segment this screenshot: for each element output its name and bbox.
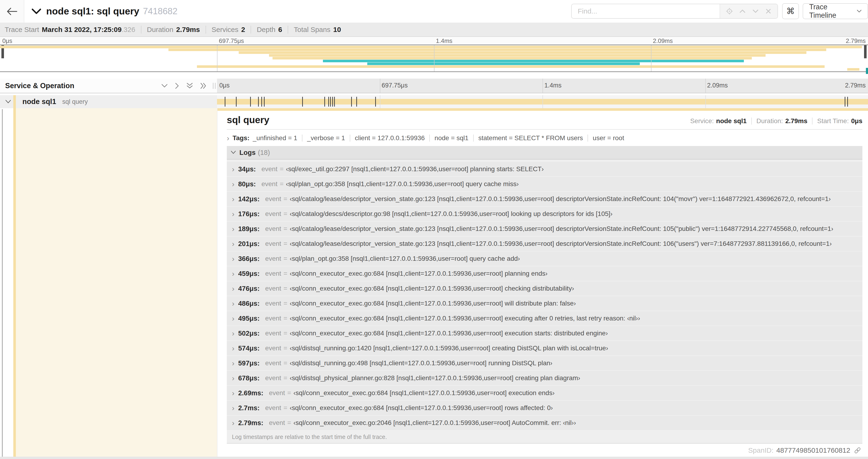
span-color-accent — [13, 108, 16, 457]
log-row[interactable]: ›366μs:event=‹sql/plan_opt.go:358 [nsql1… — [227, 252, 862, 266]
log-row[interactable]: ›142μs:event=‹sql/catalog/lease/descript… — [227, 192, 862, 207]
ruler-tick-label: 0μs — [2, 37, 12, 44]
log-row[interactable]: ›597μs:event=‹sql/distsql_running.go:498… — [227, 356, 862, 371]
log-marker[interactable] — [328, 97, 329, 107]
minimap-span — [323, 60, 744, 62]
log-marker[interactable] — [334, 97, 335, 107]
collapse-one-icon[interactable] — [161, 83, 168, 89]
log-row[interactable]: ›502μs:event=‹sql/conn_executor_exec.go:… — [227, 326, 862, 341]
locate-icon[interactable] — [726, 7, 733, 15]
log-marker[interactable] — [356, 97, 357, 107]
duration-label: Duration — [147, 26, 174, 34]
column-resize-handle[interactable] — [213, 83, 216, 89]
tag-item: statement = SELECT * FROM users — [478, 134, 583, 142]
chevron-right-icon: › — [232, 270, 235, 277]
link-icon[interactable] — [854, 447, 862, 454]
log-row[interactable]: ›495μs:event=‹sql/conn_executor_exec.go:… — [227, 311, 862, 326]
equals-sign: = — [283, 374, 287, 382]
log-row[interactable]: ›678μs:event=‹sql/distsql_physical_plann… — [227, 371, 862, 386]
log-row[interactable]: ›2.7ms:event=‹sql/conn_executor_exec.go:… — [227, 401, 862, 416]
find-input[interactable] — [572, 4, 720, 18]
minimap-time-labels: 0μs697.75μs1.4ms2.09ms2.79ms — [0, 37, 868, 44]
log-field-value: ‹sql/plan_opt.go:358 [nsql1,client=127.0… — [289, 255, 520, 262]
log-marker[interactable] — [302, 97, 303, 107]
log-marker[interactable] — [225, 97, 225, 107]
log-marker[interactable] — [264, 97, 265, 107]
chevron-down-icon[interactable] — [752, 7, 759, 15]
service-label: Service: — [690, 117, 714, 125]
log-timestamp: 574μs: — [238, 345, 260, 352]
edge-indicator — [866, 68, 868, 74]
collapse-all-icon[interactable] — [186, 82, 193, 90]
log-marker[interactable] — [351, 97, 352, 107]
log-row[interactable]: ›34μs:event=‹sql/exec_util.go:2297 [nsql… — [227, 162, 862, 177]
minimap-right-drag-handle[interactable] — [864, 45, 867, 58]
log-row[interactable]: ›2.69ms:event=‹sql/conn_executor_exec.go… — [227, 386, 862, 401]
trace-view-dropdown[interactable]: Trace Timeline — [803, 3, 868, 19]
service-operation-title: Service & Operation — [5, 81, 74, 90]
chevron-up-icon[interactable] — [739, 7, 746, 15]
log-field-value: ‹sql/plan_opt.go:358 [nsql1,client=127.0… — [286, 180, 519, 188]
log-timestamp: 597μs: — [238, 359, 260, 367]
chevron-right-icon: › — [232, 359, 235, 367]
trace-timeline-page: node sql1: sql query 7418682 ⌘ Trace Tim… — [0, 0, 868, 459]
ruler-gridline — [705, 95, 706, 108]
trace-minimap[interactable] — [0, 44, 868, 72]
ruler-gridline — [651, 45, 651, 71]
equals-sign: = — [287, 389, 291, 397]
log-row[interactable]: ›80μs:event=‹sql/plan_opt.go:358 [nsql1,… — [227, 177, 862, 192]
log-row[interactable]: ›574μs:event=‹sql/distsql_running.go:142… — [227, 341, 862, 356]
logs-section: Logs (18) ›34μs:event=‹sql/exec_util.go:… — [227, 146, 862, 444]
log-field-key: event — [265, 240, 281, 248]
close-icon[interactable] — [765, 8, 772, 15]
ruler-gridline — [217, 45, 217, 71]
log-marker[interactable] — [375, 97, 376, 107]
span-row: node sql1 sql query — [0, 95, 868, 108]
expand-all-icon[interactable] — [200, 82, 207, 89]
chevron-down-icon — [32, 8, 41, 14]
span-detail-panel: sql query Service: node sql1 Duration: 2… — [217, 108, 868, 457]
logs-accordion-header[interactable]: Logs (18) — [227, 146, 862, 160]
log-field-value: ‹sql/catalog/descs/descriptor.go:98 [nsq… — [289, 210, 613, 218]
log-marker[interactable] — [330, 97, 331, 107]
span-row-name-cell[interactable]: node sql1 sql query — [0, 95, 217, 108]
log-row[interactable]: ›476μs:event=‹sql/conn_executor_exec.go:… — [227, 281, 862, 296]
minimap-span — [168, 48, 827, 51]
vertical-scrollbar[interactable] — [2, 109, 3, 457]
log-row[interactable]: ›2.79ms:event=‹sql/conn_executor_exec.go… — [227, 416, 862, 431]
equals-sign: = — [283, 210, 287, 218]
log-marker[interactable] — [845, 97, 845, 107]
log-marker[interactable] — [847, 97, 848, 107]
keyboard-shortcuts-button[interactable]: ⌘ — [782, 3, 799, 19]
trace-title-group[interactable]: node sql1: sql query 7418682 — [32, 0, 178, 23]
log-timestamp: 2.69ms: — [238, 389, 264, 397]
ruler-tick-label: 2.09ms — [653, 37, 673, 44]
log-marker[interactable] — [324, 97, 325, 107]
log-timestamp: 201μs: — [238, 240, 260, 248]
log-field-key: event — [269, 419, 285, 427]
ruler-tick-label: 1.4ms — [436, 37, 453, 44]
log-marker[interactable] — [236, 97, 237, 107]
chevron-down-icon — [857, 9, 862, 13]
log-marker[interactable] — [261, 97, 262, 107]
log-marker[interactable] — [250, 97, 251, 107]
log-row[interactable]: ›486μs:event=‹sql/conn_executor_exec.go:… — [227, 296, 862, 311]
log-field-key: event — [265, 330, 281, 337]
tags-accordion[interactable]: › Tags: _unfinished = 1_verbose = 1clien… — [227, 134, 862, 142]
expand-one-icon[interactable] — [175, 82, 180, 89]
service-value: node sql1 — [716, 117, 747, 125]
log-row[interactable]: ›189μs:event=‹sql/catalog/lease/descript… — [227, 222, 862, 236]
log-marker[interactable] — [332, 97, 333, 107]
chevron-down-icon[interactable] — [5, 100, 11, 104]
log-row[interactable]: ›459μs:event=‹sql/conn_executor_exec.go:… — [227, 266, 862, 281]
ruler-tick-label: 2.79ms — [846, 37, 866, 44]
logs-footnote: Log timestamps are relative to the start… — [227, 431, 862, 443]
log-row[interactable]: ›201μs:event=‹sql/catalog/lease/descript… — [227, 236, 862, 252]
ruler-gridline — [542, 95, 543, 108]
log-row[interactable]: ›176μs:event=‹sql/catalog/descs/descript… — [227, 207, 862, 222]
log-field-key: event — [269, 389, 285, 397]
log-marker[interactable] — [258, 97, 259, 107]
chevron-right-icon: › — [232, 195, 235, 203]
back-button[interactable] — [0, 0, 24, 23]
chevron-right-icon: › — [232, 210, 235, 218]
